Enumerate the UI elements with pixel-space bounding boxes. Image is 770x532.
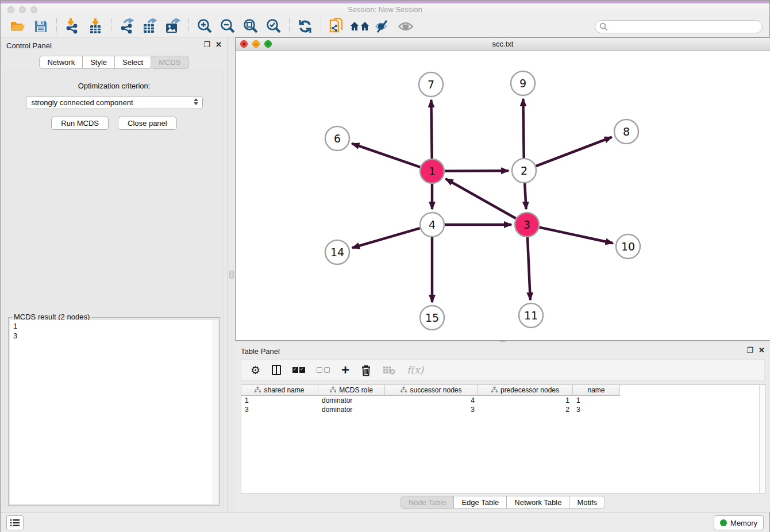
table-cell[interactable]: dominator [318, 396, 385, 405]
edge-2-3[interactable] [525, 183, 526, 209]
first-neighbors-icon[interactable] [350, 18, 369, 35]
graph-node-4[interactable]: 4 [420, 213, 444, 237]
graph-node-11[interactable]: 11 [519, 303, 543, 327]
zoom-fit-icon[interactable] [241, 18, 260, 35]
table-cell[interactable]: 3 [385, 405, 478, 414]
tab-select[interactable]: Select [114, 56, 151, 69]
optimization-criterion-label: Optimization criterion: [5, 82, 224, 90]
graph-node-7[interactable]: 7 [419, 72, 443, 97]
graph-node-1[interactable]: 1 [420, 159, 444, 183]
edge-1-6[interactable] [352, 144, 421, 167]
column-header-successor-nodes[interactable]: successor nodes [385, 385, 478, 396]
save-session-icon[interactable] [31, 18, 51, 35]
float-panel-icon[interactable]: ❐ [746, 346, 753, 354]
tab-mcds[interactable]: MCDS [151, 56, 188, 69]
column-header-predecessor-nodes[interactable]: predecessor nodes [478, 385, 573, 396]
search-input[interactable] [595, 20, 763, 33]
criterion-dropdown[interactable]: strongly connected component [26, 96, 203, 109]
close-panel-icon[interactable]: ✕ [759, 346, 765, 354]
open-file-icon[interactable] [8, 18, 28, 35]
network-window-titlebar[interactable]: ✕ − + scc.txt [236, 38, 770, 51]
titlebar: Session: New Session [1, 3, 769, 16]
column-header-MCDS-role[interactable]: MCDS role [318, 385, 385, 396]
tab-network-table[interactable]: Network Table [506, 496, 569, 509]
svg-text:4: 4 [429, 218, 436, 231]
memory-button[interactable]: Memory [714, 515, 764, 530]
table-row[interactable]: 3dominator323 [241, 405, 765, 414]
graph-node-8[interactable]: 8 [614, 119, 638, 144]
import-network-icon[interactable] [63, 18, 82, 35]
export-table-icon[interactable] [140, 18, 160, 35]
edge-4-14[interactable] [352, 228, 420, 248]
edge-2-9[interactable] [523, 99, 523, 158]
graph-node-2[interactable]: 2 [512, 159, 536, 183]
tree-sort-icon [491, 386, 498, 394]
graph-node-10[interactable]: 10 [616, 234, 640, 259]
close-panel-button[interactable]: Close panel [118, 117, 177, 130]
clone-network-icon[interactable] [327, 18, 346, 35]
add-column-icon[interactable]: + [341, 364, 349, 376]
table-cell[interactable]: 1 [573, 396, 620, 405]
edge-3-10[interactable] [540, 228, 613, 244]
table-scrollbar[interactable] [759, 385, 765, 493]
table-body: 1dominator4113dominator323 [241, 396, 765, 414]
function-builder-icon[interactable]: f(x) [407, 364, 424, 376]
import-table-icon[interactable] [86, 18, 105, 35]
table-cell[interactable]: 3 [241, 405, 318, 414]
graph-node-3[interactable]: 3 [515, 213, 539, 237]
tab-network[interactable]: Network [39, 56, 83, 69]
run-mcds-button[interactable]: Run MCDS [51, 117, 109, 130]
tab-style[interactable]: Style [82, 56, 115, 69]
control-panel: Control Panel ❐ ✕ NetworkStyleSelectMCDS… [1, 37, 228, 512]
gear-icon[interactable]: ⚙ [251, 365, 260, 376]
result-scrollbar[interactable] [213, 320, 218, 504]
zoom-out-icon[interactable] [218, 18, 237, 35]
hide-selected-icon[interactable] [373, 18, 392, 35]
close-panel-icon[interactable]: ✕ [215, 40, 222, 49]
column-header-shared-name[interactable]: shared name [241, 385, 318, 396]
svg-text:6: 6 [334, 132, 341, 145]
mcds-result-box: MCDS result (2 nodes) 1 3 [8, 317, 220, 506]
table-cell[interactable]: 1 [241, 396, 318, 405]
edge-1-2[interactable] [445, 171, 509, 171]
table-panel-title: Table Panel [241, 347, 280, 356]
table-cell[interactable]: 1 [478, 396, 573, 405]
delete-icon[interactable] [361, 364, 371, 376]
control-panel-tabs: NetworkStyleSelectMCDS [1, 56, 228, 69]
edge-3-1[interactable] [446, 179, 516, 218]
graph-node-6[interactable]: 6 [325, 126, 349, 151]
graph-node-9[interactable]: 9 [511, 71, 535, 95]
edge-1-7[interactable] [431, 100, 432, 159]
split-columns-icon[interactable] [272, 365, 281, 375]
refresh-icon[interactable] [295, 18, 315, 35]
show-all-icon[interactable] [396, 18, 415, 35]
edge-2-8[interactable] [536, 137, 612, 167]
splitter-grip[interactable] [229, 271, 234, 279]
export-network-icon[interactable] [117, 18, 137, 35]
zoom-in-icon[interactable] [195, 18, 214, 35]
table-cell[interactable]: 2 [478, 405, 573, 414]
table-cell[interactable]: 3 [573, 405, 620, 414]
network-canvas[interactable]: 1234678910111415 [236, 51, 770, 340]
tab-edge-table[interactable]: Edge Table [453, 496, 507, 509]
column-header-name[interactable]: name [573, 385, 620, 396]
task-history-button[interactable] [6, 515, 24, 530]
tab-motifs[interactable]: Motifs [569, 496, 605, 509]
vertical-splitter[interactable] [228, 37, 235, 512]
zoom-selected-icon[interactable] [264, 18, 283, 35]
toolbar-separator [111, 18, 111, 34]
mcds-result-text: 1 3 [13, 321, 17, 341]
mcds-result-area[interactable]: 1 3 [10, 320, 218, 504]
float-panel-icon[interactable]: ❐ [203, 40, 210, 49]
deselect-all-icon[interactable] [317, 367, 330, 373]
delete-table-icon[interactable] [383, 365, 395, 375]
table-cell[interactable]: 4 [385, 396, 478, 405]
table-row[interactable]: 1dominator411 [241, 396, 765, 405]
graph-node-14[interactable]: 14 [325, 240, 349, 264]
graph-node-15[interactable]: 15 [420, 306, 444, 330]
edge-3-11[interactable] [528, 237, 530, 300]
export-image-icon[interactable] [163, 18, 183, 35]
select-all-icon[interactable] [292, 367, 305, 373]
tab-node-table[interactable]: Node Table [401, 496, 455, 509]
table-cell[interactable]: dominator [318, 405, 385, 414]
